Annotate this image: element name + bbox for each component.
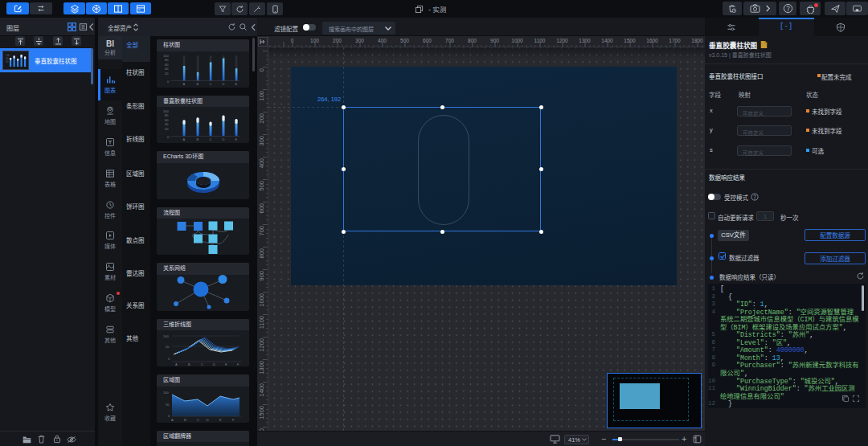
svg-text:C: C	[201, 362, 203, 366]
svg-text:20: 20	[165, 127, 169, 131]
svg-text:60: 60	[165, 62, 169, 66]
svg-text:0: 0	[167, 135, 170, 139]
svg-text:80: 80	[165, 58, 169, 62]
svg-text:B: B	[197, 137, 199, 141]
svg-text:20: 20	[6, 60, 9, 63]
svg-text:E: E	[219, 418, 222, 422]
svg-text:D: D	[223, 137, 225, 141]
svg-text:A: A	[175, 362, 178, 366]
svg-text:A: A	[183, 82, 186, 86]
svg-text:E: E	[235, 137, 238, 141]
svg-text:100: 100	[163, 54, 169, 58]
svg-text:B: B	[197, 82, 199, 86]
svg-text:B: B	[188, 362, 190, 366]
svg-text:D: D	[213, 362, 215, 366]
svg-text:20: 20	[165, 71, 169, 75]
svg-text:0: 0	[167, 80, 170, 84]
svg-text:F: F	[232, 418, 235, 422]
svg-text:50: 50	[166, 403, 170, 407]
svg-text:C: C	[197, 418, 199, 422]
svg-text:E: E	[225, 362, 227, 366]
svg-text:50: 50	[166, 345, 170, 349]
svg-text:A: A	[183, 137, 186, 141]
svg-text:D: D	[207, 418, 209, 422]
svg-text:0: 0	[168, 414, 170, 418]
svg-text:80: 80	[165, 113, 169, 117]
svg-text:B: B	[184, 418, 186, 422]
svg-text:0: 0	[168, 357, 170, 361]
svg-text:100: 100	[163, 334, 169, 338]
svg-text:60: 60	[165, 118, 169, 122]
svg-text:100: 100	[163, 109, 169, 113]
svg-text:C: C	[210, 137, 212, 141]
svg-text:D: D	[223, 82, 225, 86]
svg-text:A: A	[171, 418, 174, 422]
svg-text:F: F	[237, 362, 240, 366]
svg-text:40: 40	[165, 67, 169, 71]
svg-text:40: 40	[165, 122, 169, 126]
svg-text:100: 100	[163, 391, 169, 395]
svg-text:C: C	[210, 82, 212, 86]
svg-text:E: E	[235, 82, 238, 86]
